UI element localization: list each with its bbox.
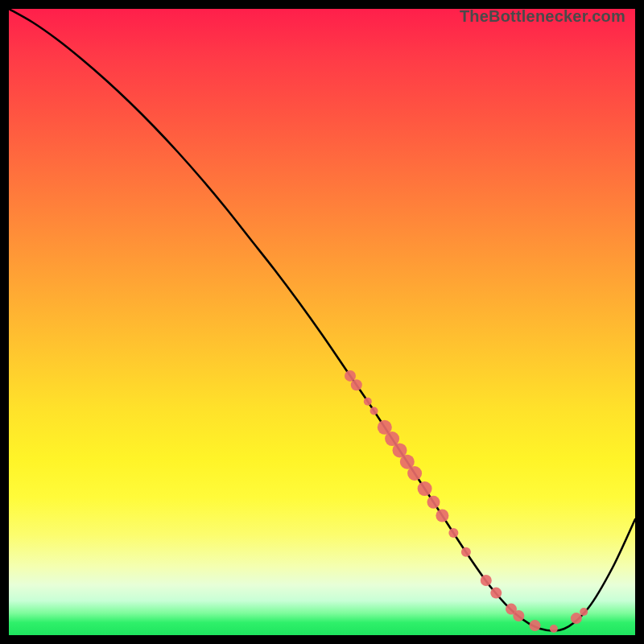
data-point — [364, 398, 372, 406]
data-point — [418, 481, 432, 496]
data-point — [481, 575, 492, 586]
data-point-group — [345, 370, 588, 633]
data-point — [550, 625, 558, 633]
chart-svg — [9, 9, 635, 635]
data-point — [345, 370, 356, 382]
data-point — [407, 466, 422, 481]
data-point — [436, 510, 448, 522]
data-point — [351, 379, 362, 390]
chart-frame: TheBottlenecker.com — [9, 9, 635, 635]
data-point — [490, 588, 502, 599]
data-point — [370, 407, 378, 415]
data-point — [580, 608, 588, 616]
data-point — [571, 613, 582, 624]
data-point — [448, 528, 458, 538]
bottleneck-curve — [9, 9, 635, 631]
data-point — [513, 610, 524, 621]
data-point — [461, 547, 471, 557]
data-point — [530, 620, 541, 631]
data-point — [427, 496, 440, 509]
